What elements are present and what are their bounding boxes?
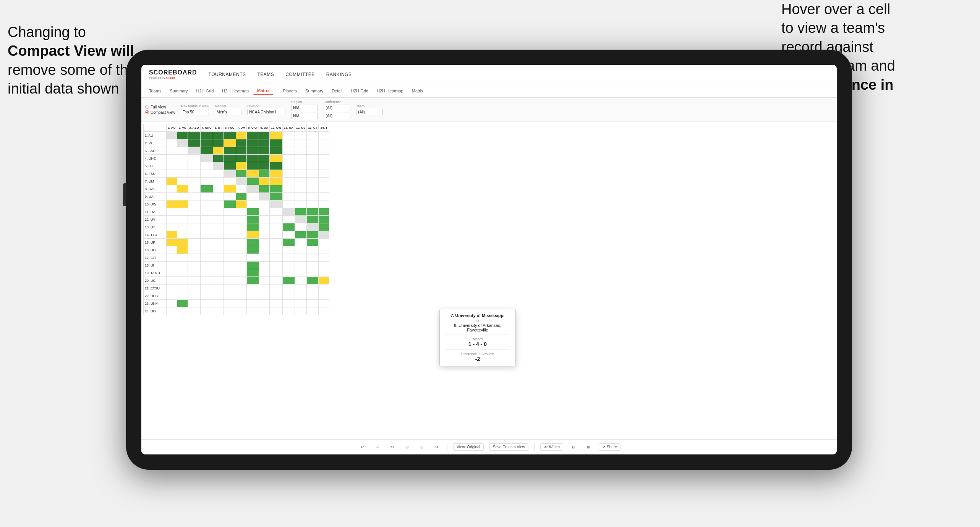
matrix-cell[interactable] (246, 193, 259, 200)
matrix-cell[interactable] (295, 162, 306, 170)
matrix-cell[interactable] (307, 155, 319, 162)
matrix-cell[interactable] (259, 300, 270, 307)
matrix-cell[interactable] (246, 254, 259, 262)
matrix-cell[interactable] (236, 239, 246, 246)
full-view-radio[interactable]: Full View (145, 105, 175, 109)
matrix-cell[interactable] (246, 246, 259, 254)
matrix-cell[interactable] (177, 193, 188, 200)
matrix-cell[interactable] (270, 231, 283, 239)
matrix-cell[interactable] (319, 246, 329, 254)
matrix-cell[interactable] (188, 200, 201, 208)
matrix-cell[interactable] (200, 185, 213, 193)
matrix-cell[interactable] (307, 139, 319, 147)
matrix-cell[interactable] (283, 300, 295, 307)
matrix-cell[interactable] (307, 147, 319, 155)
matrix-cell[interactable] (200, 162, 213, 170)
matrix-cell[interactable] (259, 170, 270, 178)
matrix-cell[interactable] (259, 162, 270, 170)
matrix-cell[interactable] (188, 193, 201, 200)
matrix-cell[interactable] (236, 231, 246, 239)
matrix-cell[interactable] (307, 162, 319, 170)
matrix-cell[interactable] (270, 139, 283, 147)
matrix-cell[interactable] (177, 239, 188, 246)
matrix-cell[interactable] (319, 193, 329, 200)
matrix-cell[interactable] (319, 155, 329, 162)
matrix-cell[interactable] (283, 246, 295, 254)
matrix-cell[interactable] (188, 277, 201, 285)
matrix-cell[interactable] (319, 269, 329, 277)
matrix-cell[interactable] (270, 277, 283, 285)
matrix-cell[interactable] (246, 307, 259, 315)
matrix-cell[interactable] (224, 178, 236, 185)
matrix-cell[interactable] (236, 277, 246, 285)
matrix-cell[interactable] (307, 132, 319, 139)
matrix-cell[interactable] (295, 155, 306, 162)
matrix-cell[interactable] (236, 200, 246, 208)
matrix-cell[interactable] (246, 208, 259, 216)
matrix-cell[interactable] (177, 254, 188, 262)
undo-button[interactable]: ↩ (358, 443, 367, 451)
matrix-cell[interactable] (213, 300, 224, 307)
matrix-cell[interactable] (259, 277, 270, 285)
matrix-cell[interactable] (259, 147, 270, 155)
matrix-cell[interactable] (307, 200, 319, 208)
matrix-cell[interactable] (236, 223, 246, 231)
matrix-cell[interactable] (224, 262, 236, 269)
matrix-cell[interactable] (167, 254, 177, 262)
share-button[interactable]: ↗ Share (599, 443, 620, 451)
matrix-cell[interactable] (236, 300, 246, 307)
matrix-cell[interactable] (270, 132, 283, 139)
reset-button[interactable]: ↺ (432, 443, 441, 451)
matrix-cell[interactable] (167, 162, 177, 170)
matrix-cell[interactable] (270, 185, 283, 193)
matrix-cell[interactable] (177, 231, 188, 239)
matrix-cell[interactable] (307, 231, 319, 239)
matrix-cell[interactable] (213, 155, 224, 162)
matrix-cell[interactable] (167, 292, 177, 300)
nav-teams[interactable]: TEAMS (258, 70, 274, 79)
matrix-cell[interactable] (270, 208, 283, 216)
matrix-cell[interactable] (319, 307, 329, 315)
matrix-cell[interactable] (307, 178, 319, 185)
matrix-cell[interactable] (200, 231, 213, 239)
matrix-cell[interactable] (319, 170, 329, 178)
matrix-cell[interactable] (307, 216, 319, 223)
matrix-cell[interactable] (224, 239, 236, 246)
matrix-cell[interactable] (259, 193, 270, 200)
matrix-cell[interactable] (259, 200, 270, 208)
matrix-cell[interactable] (259, 223, 270, 231)
matrix-cell[interactable] (224, 254, 236, 262)
matrix-cell[interactable] (283, 216, 295, 223)
matrix-cell[interactable] (224, 231, 236, 239)
matrix-cell[interactable] (213, 292, 224, 300)
expand-button[interactable]: ⊞ (402, 443, 411, 451)
matrix-cell[interactable] (270, 200, 283, 208)
matrix-cell[interactable] (213, 200, 224, 208)
matrix-cell[interactable] (213, 307, 224, 315)
matrix-cell[interactable] (224, 246, 236, 254)
matrix-cell[interactable] (283, 269, 295, 277)
matrix-cell[interactable] (236, 162, 246, 170)
matrix-cell[interactable] (307, 193, 319, 200)
matrix-cell[interactable] (177, 208, 188, 216)
subnav-matrix[interactable]: Matrix (253, 87, 273, 95)
matrix-cell[interactable] (259, 208, 270, 216)
subnav-teams[interactable]: Teams (145, 87, 165, 95)
matrix-cell[interactable] (213, 147, 224, 155)
matrix-cell[interactable] (177, 300, 188, 307)
matrix-cell[interactable] (295, 193, 306, 200)
matrix-cell[interactable] (167, 200, 177, 208)
matrix-cell[interactable] (200, 139, 213, 147)
matrix-cell[interactable] (200, 254, 213, 262)
matrix-cell[interactable] (236, 170, 246, 178)
matrix-cell[interactable] (224, 193, 236, 200)
matrix-cell[interactable] (224, 292, 236, 300)
matrix-cell[interactable] (319, 223, 329, 231)
matrix-cell[interactable] (307, 185, 319, 193)
watch-button[interactable]: 👁 Watch (540, 443, 563, 451)
matrix-cell[interactable] (283, 200, 295, 208)
matrix-cell[interactable] (213, 178, 224, 185)
refresh-button[interactable]: ⟲ (387, 443, 397, 451)
matrix-cell[interactable] (295, 208, 306, 216)
matrix-cell[interactable] (270, 193, 283, 200)
